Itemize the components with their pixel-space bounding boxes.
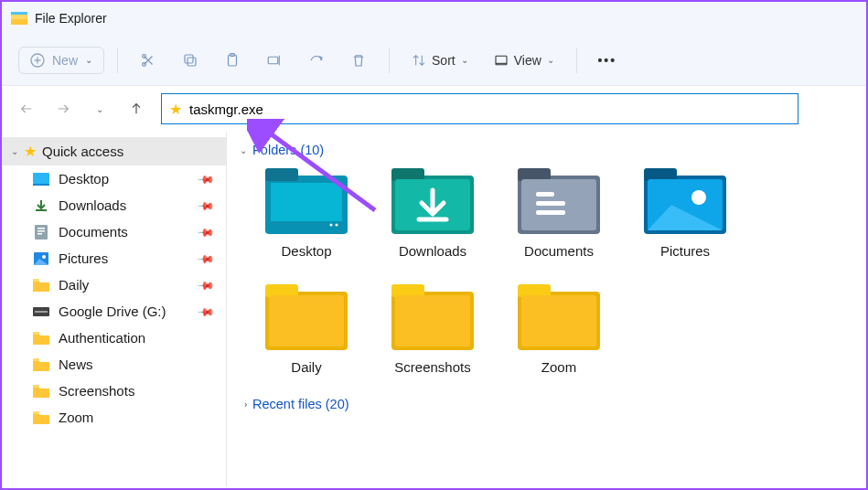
sidebar-item-desktop[interactable]: Desktop📌 [2,165,226,192]
folder-daily[interactable]: Daily [256,284,357,375]
view-label: View [514,53,541,68]
back-button[interactable] [15,97,38,121]
new-button[interactable]: New ⌄ [18,47,104,74]
sidebar-quick-access[interactable]: ⌄ ★ Quick access [2,137,226,165]
sidebar-item-screenshots[interactable]: Screenshots [2,378,226,404]
folder-pictures[interactable]: Pictures [635,168,735,259]
svg-rect-21 [33,279,39,282]
cut-button[interactable] [131,43,166,78]
tile-label: Pictures [660,243,710,259]
sidebar-item-label: Google Drive (G:) [59,304,166,319]
svg-rect-27 [33,411,39,414]
more-button[interactable]: ••• [590,43,625,78]
svg-rect-26 [33,385,39,388]
folder-icon [391,284,474,350]
desktop-folder-icon [265,168,348,234]
sidebar-item-zoom[interactable]: Zoom [2,404,226,431]
folder-icon [33,410,49,425]
sidebar-item-news[interactable]: News [2,351,226,378]
up-button[interactable] [124,97,148,121]
svg-rect-25 [33,358,39,361]
pin-icon: 📌 [197,249,216,268]
chevron-down-icon: ⌄ [96,104,103,114]
window-title: File Explorer [35,11,107,26]
folder-zoom[interactable]: Zoom [509,284,609,375]
tile-label: Desktop [281,243,331,259]
pin-icon: 📌 [197,222,216,241]
svg-rect-9 [268,57,278,64]
view-button[interactable]: View ⌄ [485,48,563,73]
tile-label: Screenshots [394,359,470,375]
svg-rect-23 [35,311,48,313]
folders-section-header[interactable]: ⌄ Folders (10) [240,143,853,157]
chevron-down-icon: ⌄ [547,55,554,65]
recent-button[interactable]: ⌄ [88,97,112,121]
sidebar-item-downloads[interactable]: Downloads📌 [2,192,226,218]
address-bar[interactable]: ★ [161,93,798,124]
copy-button[interactable] [173,43,208,78]
ribbon-toolbar: New ⌄ Sort ⌄ View ⌄ ••• [2,35,866,86]
delete-button[interactable] [341,43,376,78]
new-label: New [52,53,78,68]
sidebar: ⌄ ★ Quick access Desktop📌 Downloads📌 Doc… [2,132,227,486]
sort-button[interactable]: Sort ⌄ [402,48,477,73]
tile-label: Downloads [399,243,466,259]
recent-section-header[interactable]: ⌄ Recent files (20) [240,397,853,411]
svg-rect-56 [521,295,596,346]
drive-icon [33,304,49,319]
svg-point-20 [42,255,46,259]
svg-rect-29 [265,168,298,181]
arrow-left-icon [19,101,34,116]
view-icon [494,53,509,68]
address-input[interactable] [189,101,790,117]
svg-rect-50 [269,295,344,346]
nav-row: ⌄ ★ [2,86,866,132]
sidebar-item-pictures[interactable]: Pictures📌 [2,245,226,272]
folder-icon [265,284,348,350]
copy-icon [182,52,198,69]
svg-rect-30 [271,183,342,227]
documents-folder-icon [518,168,600,234]
sidebar-item-label: Screenshots [59,383,134,399]
svg-rect-41 [536,192,554,197]
svg-rect-18 [38,233,42,235]
sidebar-item-documents[interactable]: Documents📌 [2,218,226,245]
clipboard-icon [224,52,241,69]
svg-rect-15 [35,225,48,240]
chevron-down-icon: ⌄ [11,146,18,156]
folder-screenshots[interactable]: Screenshots [382,284,483,375]
content-area: ⌄ Folders (10) Desktop Downloads Documen… [227,132,866,486]
pin-icon: 📌 [197,275,216,294]
trash-icon [350,52,367,69]
sidebar-item-authentication[interactable]: Authentication [2,325,226,351]
folder-icon [33,357,49,372]
tile-label: Zoom [541,359,576,375]
sidebar-item-google-drive[interactable]: Google Drive (G:)📌 [2,298,226,325]
svg-point-32 [330,224,333,227]
sidebar-item-label: Downloads [59,197,126,213]
rename-button[interactable] [257,43,292,78]
share-icon [308,52,325,69]
folder-downloads[interactable]: Downloads [382,168,483,259]
paste-button[interactable] [215,43,250,78]
pictures-icon [33,251,49,266]
chevron-down-icon: ⌄ [85,55,92,65]
sidebar-item-label: News [59,357,93,372]
forward-button[interactable] [51,97,75,121]
svg-rect-53 [395,295,470,346]
divider [576,48,577,73]
svg-rect-49 [265,284,298,297]
svg-rect-42 [536,201,565,206]
sidebar-item-daily[interactable]: Daily📌 [2,272,226,298]
downloads-folder-icon [391,168,474,234]
folder-grid: Desktop Downloads Documents Pictures Dai… [240,168,853,375]
svg-rect-17 [38,230,45,232]
sidebar-item-label: Desktop [59,171,109,186]
folder-desktop[interactable]: Desktop [256,168,357,259]
svg-rect-5 [188,58,196,66]
share-button[interactable] [299,43,334,78]
folder-documents[interactable]: Documents [509,168,609,259]
sort-icon [412,53,426,68]
arrow-right-icon [56,101,70,116]
pin-icon: 📌 [197,302,216,321]
